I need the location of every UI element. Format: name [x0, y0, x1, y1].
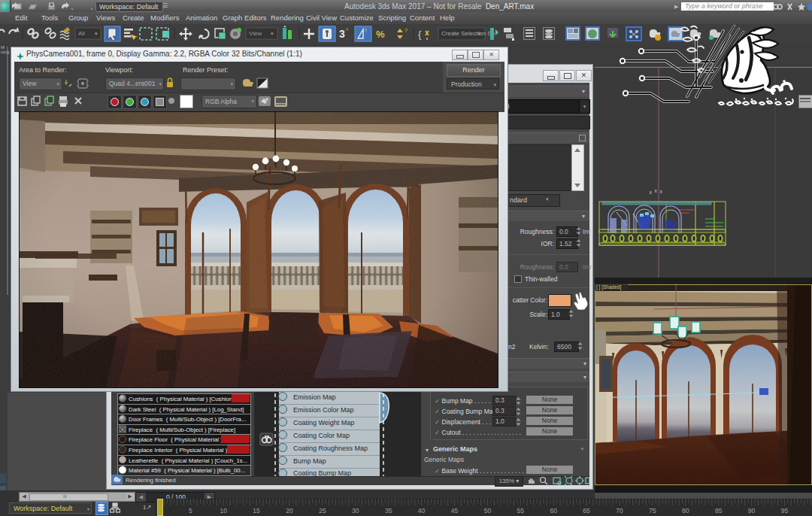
svg-text:65: 65: [583, 507, 590, 514]
svg-text:90: 90: [748, 507, 756, 514]
svg-text:▾: ▾: [478, 31, 481, 36]
svg-text:15: 15: [253, 507, 260, 514]
svg-text:80: 80: [682, 507, 689, 514]
svg-text:%: %: [376, 29, 385, 40]
svg-text:?: ?: [404, 28, 408, 33]
svg-text:75: 75: [649, 507, 656, 514]
svg-text:Coating Bump Map: Coating Bump Map: [293, 469, 351, 476]
svg-text:35: 35: [385, 507, 392, 514]
svg-text:3: 3: [339, 28, 345, 40]
svg-text:5: 5: [189, 507, 192, 514]
svg-text:50: 50: [484, 507, 492, 514]
svg-text:{: {: [418, 29, 422, 40]
svg-text:▾: ▾: [271, 31, 274, 36]
svg-text:45: 45: [451, 507, 459, 514]
svg-text:70: 70: [616, 507, 623, 514]
svg-text:Coating Color Map: Coating Color Map: [293, 432, 350, 439]
svg-text:10: 10: [220, 507, 227, 514]
svg-text:60: 60: [550, 507, 557, 514]
svg-text:º: º: [346, 27, 348, 34]
svg-text:30: 30: [352, 507, 359, 514]
svg-text:Coating Weight Map: Coating Weight Map: [293, 419, 354, 426]
svg-text:Emission Map: Emission Map: [293, 393, 336, 401]
svg-text:Bump Map: Bump Map: [293, 457, 326, 465]
svg-text:[ ] [Shaded]: [ ] [Shaded]: [596, 284, 621, 290]
svg-text:85: 85: [715, 507, 723, 514]
svg-text:Emission Color Map: Emission Color Map: [293, 406, 354, 414]
svg-text:▾: ▾: [95, 31, 98, 36]
svg-text:25: 25: [319, 507, 326, 514]
svg-text:95: 95: [781, 507, 789, 514]
svg-text:20: 20: [286, 507, 293, 514]
svg-text:?: ?: [364, 28, 367, 33]
svg-text:View: View: [249, 30, 262, 37]
svg-text:All: All: [78, 30, 85, 37]
svg-text:55: 55: [517, 507, 525, 514]
svg-text:Coating Roughness Map: Coating Roughness Map: [293, 445, 368, 452]
svg-text:40: 40: [418, 507, 426, 514]
svg-text:Create Selection Se: Create Selection Se: [441, 30, 495, 37]
